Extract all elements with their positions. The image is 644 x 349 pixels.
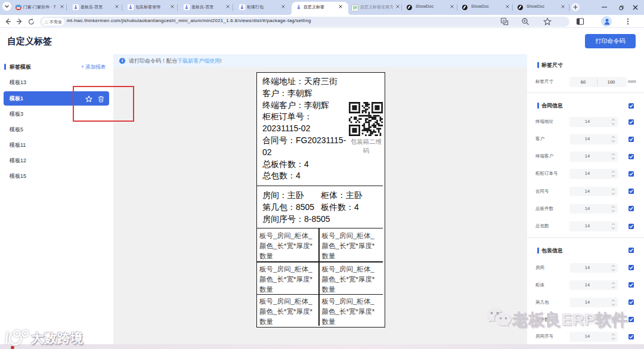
svg-text:a: a	[503, 18, 505, 23]
